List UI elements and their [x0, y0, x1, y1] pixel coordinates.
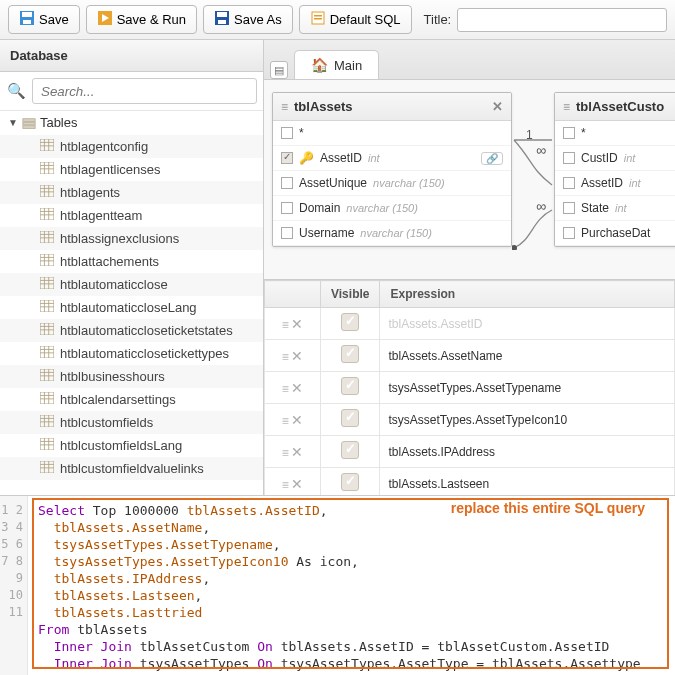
default-sql-label: Default SQL: [330, 12, 401, 27]
drag-handle-icon[interactable]: ≡: [282, 446, 288, 460]
tree-table-item[interactable]: htblautomaticcloseticketstates: [0, 319, 263, 342]
expression-cell[interactable]: tblAssets.Lastseen: [380, 468, 675, 496]
tree-table-item[interactable]: htblagentconfig: [0, 135, 263, 158]
toolbar: Save Save & Run Save As Default SQL Titl…: [0, 0, 675, 40]
tab-main[interactable]: 🏠 Main: [294, 50, 379, 79]
table-column-row[interactable]: PurchaseDat: [555, 221, 675, 246]
tree-table-item[interactable]: htblcustomfieldvaluelinks: [0, 457, 263, 480]
tree-table-item[interactable]: htblcalendarsettings: [0, 388, 263, 411]
visible-checkbox[interactable]: [341, 473, 359, 491]
grid-row[interactable]: ≡ ✕tblAssets.AssetName: [265, 340, 675, 372]
table-column-row[interactable]: AssetID int: [555, 171, 675, 196]
column-type: nvarchar (150): [360, 227, 432, 239]
sql-editor[interactable]: 1 2 3 4 5 6 7 8 9 10 11 Select Top 10000…: [0, 495, 675, 675]
grid-row[interactable]: ≡ ✕tblAssets.AssetID: [265, 308, 675, 340]
column-checkbox[interactable]: [281, 227, 293, 239]
table-column-row[interactable]: 🔑AssetID int🔗: [273, 146, 511, 171]
tree-table-item[interactable]: htblautomaticclose: [0, 273, 263, 296]
db-tree[interactable]: ▼ Tables htblagentconfightblagentlicense…: [0, 111, 263, 495]
columns-grid[interactable]: Visible Expression ≡ ✕tblAssets.AssetID≡…: [264, 280, 675, 495]
tree-item-label: htblattachements: [60, 254, 159, 269]
grid-row[interactable]: ≡ ✕tblAssets.Lastseen: [265, 468, 675, 496]
table-icon: [40, 392, 54, 407]
delete-row-icon[interactable]: ✕: [291, 412, 303, 428]
column-checkbox[interactable]: [281, 177, 293, 189]
drag-handle-icon[interactable]: ≡: [282, 478, 288, 492]
column-checkbox[interactable]: [563, 152, 575, 164]
grid-row[interactable]: ≡ ✕tsysAssetTypes.AssetTypeIcon10: [265, 404, 675, 436]
tablebox-tblassetcustom[interactable]: ≡ tblAssetCusto *CustID intAssetID intSt…: [554, 92, 675, 247]
delete-row-icon[interactable]: ✕: [291, 348, 303, 364]
tree-table-item[interactable]: htblcustomfieldsLang: [0, 434, 263, 457]
diagram-area[interactable]: ≡ tblAssets ✕ *🔑AssetID int🔗AssetUnique …: [264, 80, 675, 280]
table-column-row[interactable]: *: [273, 121, 511, 146]
table-column-row[interactable]: State int: [555, 196, 675, 221]
expression-cell[interactable]: tsysAssetTypes.AssetTypename: [380, 372, 675, 404]
hamburger-icon[interactable]: ≡: [563, 100, 570, 114]
table-icon: [40, 231, 54, 246]
sql-code[interactable]: Select Top 1000000 tblAssets.AssetID, tb…: [28, 496, 675, 675]
table-column-row[interactable]: *: [555, 121, 675, 146]
tree-table-item[interactable]: htblassignexclusions: [0, 227, 263, 250]
tablebox-tblassets[interactable]: ≡ tblAssets ✕ *🔑AssetID int🔗AssetUnique …: [272, 92, 512, 247]
delete-row-icon[interactable]: ✕: [291, 444, 303, 460]
visible-checkbox[interactable]: [341, 409, 359, 427]
expression-cell[interactable]: tsysAssetTypes.AssetTypeIcon10: [380, 404, 675, 436]
delete-row-icon[interactable]: ✕: [291, 380, 303, 396]
visible-checkbox[interactable]: [341, 441, 359, 459]
tree-table-item[interactable]: htblagentlicenses: [0, 158, 263, 181]
close-icon[interactable]: ✕: [492, 99, 503, 114]
tab-list-icon[interactable]: ▤: [270, 61, 288, 79]
save-button[interactable]: Save: [8, 5, 80, 34]
default-sql-button[interactable]: Default SQL: [299, 5, 412, 34]
table-icon: [40, 300, 54, 315]
svg-rect-12: [23, 122, 35, 125]
delete-row-icon[interactable]: ✕: [291, 316, 303, 332]
tree-table-item[interactable]: htblagents: [0, 181, 263, 204]
tree-table-item[interactable]: htblbusinesshours: [0, 365, 263, 388]
drag-handle-icon[interactable]: ≡: [282, 414, 288, 428]
drag-handle-icon[interactable]: ≡: [282, 350, 288, 364]
visible-checkbox[interactable]: [341, 377, 359, 395]
tree-table-item[interactable]: htblautomaticcloseLang: [0, 296, 263, 319]
expression-cell[interactable]: tblAssets.IPAddress: [380, 436, 675, 468]
search-input[interactable]: [32, 78, 257, 104]
column-type: int: [615, 202, 627, 214]
tree-tables-root[interactable]: ▼ Tables: [0, 111, 263, 135]
key-icon: 🔑: [299, 151, 314, 165]
tree-table-item[interactable]: htblcustomfields: [0, 411, 263, 434]
grid-row[interactable]: ≡ ✕tsysAssetTypes.AssetTypename: [265, 372, 675, 404]
column-checkbox[interactable]: [563, 127, 575, 139]
column-checkbox[interactable]: [563, 202, 575, 214]
tree-item-label: htblautomaticclose: [60, 277, 168, 292]
save-run-button[interactable]: Save & Run: [86, 5, 197, 34]
title-label: Title:: [424, 12, 452, 27]
column-checkbox[interactable]: [563, 227, 575, 239]
tree-table-item[interactable]: htblautomaticclosetickettypes: [0, 342, 263, 365]
hamburger-icon[interactable]: ≡: [281, 100, 288, 114]
column-name: AssetUnique: [299, 176, 367, 190]
table-column-row[interactable]: Username nvarchar (150): [273, 221, 511, 246]
drag-handle-icon[interactable]: ≡: [282, 318, 288, 332]
column-checkbox[interactable]: [281, 127, 293, 139]
visible-checkbox[interactable]: [341, 345, 359, 363]
expression-cell[interactable]: tblAssets.AssetID: [380, 308, 675, 340]
column-checkbox[interactable]: [281, 152, 293, 164]
tree-table-item[interactable]: htblattachements: [0, 250, 263, 273]
table-column-row[interactable]: AssetUnique nvarchar (150): [273, 171, 511, 196]
table-column-row[interactable]: Domain nvarchar (150): [273, 196, 511, 221]
column-checkbox[interactable]: [563, 177, 575, 189]
tablebox-title: tblAssetCusto: [576, 99, 664, 114]
tree-table-item[interactable]: htblagentteam: [0, 204, 263, 227]
tree-item-label: htblautomaticcloseLang: [60, 300, 197, 315]
grid-row[interactable]: ≡ ✕tblAssets.IPAddress: [265, 436, 675, 468]
delete-row-icon[interactable]: ✕: [291, 476, 303, 492]
drag-handle-icon[interactable]: ≡: [282, 382, 288, 396]
column-checkbox[interactable]: [281, 202, 293, 214]
visible-checkbox[interactable]: [341, 313, 359, 331]
expression-cell[interactable]: tblAssets.AssetName: [380, 340, 675, 372]
save-as-button[interactable]: Save As: [203, 5, 293, 34]
title-input[interactable]: [457, 8, 667, 32]
relation-icon[interactable]: 🔗: [481, 152, 503, 165]
table-column-row[interactable]: CustID int: [555, 146, 675, 171]
